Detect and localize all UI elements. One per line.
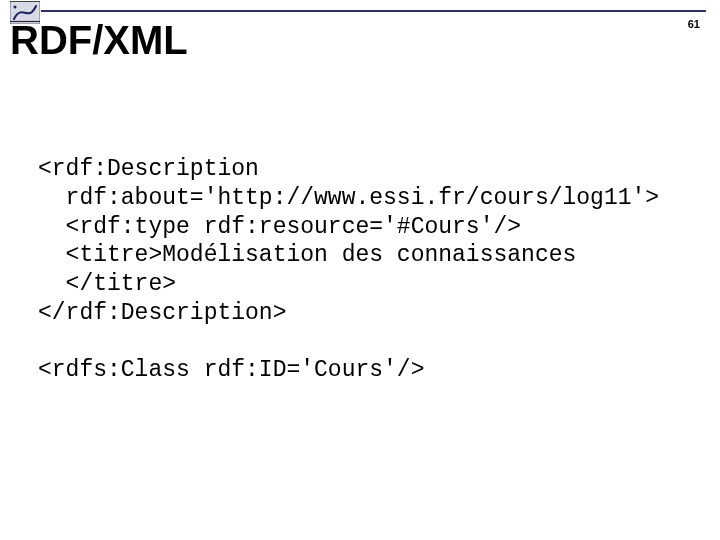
svg-point-3 xyxy=(14,6,17,9)
code-block: <rdf:Description rdf:about='http://www.e… xyxy=(38,155,690,385)
page-number: 61 xyxy=(688,18,700,30)
code-line: </titre> xyxy=(38,271,176,297)
top-rule xyxy=(41,10,706,12)
code-line: <rdfs:Class rdf:ID='Cours'/> xyxy=(38,357,424,383)
slide: 61 RDF/XML <rdf:Description rdf:about='h… xyxy=(0,0,720,540)
code-line: <titre>Modélisation des connaissances xyxy=(38,242,576,268)
slide-title: RDF/XML xyxy=(10,18,188,63)
code-line: <rdf:Description xyxy=(38,156,259,182)
code-line: <rdf:type rdf:resource='#Cours'/> xyxy=(38,214,521,240)
code-line: rdf:about='http://www.essi.fr/cours/log1… xyxy=(38,185,659,211)
code-line: </rdf:Description> xyxy=(38,300,286,326)
